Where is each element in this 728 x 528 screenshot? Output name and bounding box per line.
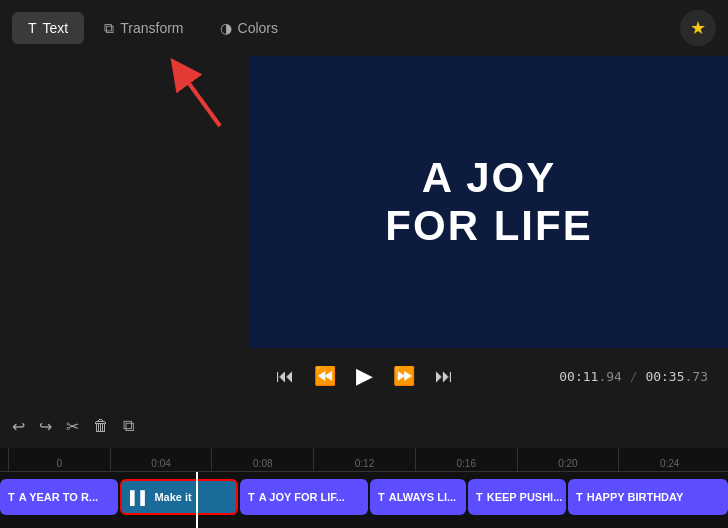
text-icon: T (28, 20, 37, 36)
main-area: A JOY FOR LIFE (0, 56, 728, 348)
text-tab-button[interactable]: T Text (12, 12, 84, 44)
clip-label: HAPPY BIRTHDAY (587, 491, 684, 503)
ruler-mark-4: 0:04 (110, 448, 212, 471)
ruler-mark-8: 0:08 (211, 448, 313, 471)
clip-a-joy[interactable]: T A JOY FOR LIF... (240, 479, 368, 515)
ruler-mark-20: 0:20 (517, 448, 619, 471)
skip-start-icon: ⏮ (276, 366, 294, 387)
skip-end-icon: ⏭ (435, 366, 453, 387)
clip-text-icon: T (476, 491, 483, 503)
colors-tab-button[interactable]: ◑ Colors (204, 12, 294, 44)
clip-label: KEEP PUSHI... (487, 491, 563, 503)
clip-text-icon: T (8, 491, 15, 503)
timeline-ruler: 0 0:04 0:08 0:12 0:16 0:20 0:24 (0, 448, 728, 472)
clip-label: Make it (154, 491, 191, 503)
trash-button[interactable]: 🗑 (93, 417, 109, 435)
rewind-button[interactable]: ⏪ (314, 365, 336, 387)
preview-line2: FOR LIFE (385, 202, 592, 250)
preview-line1: A JOY (385, 154, 592, 202)
skip-end-button[interactable]: ⏭ (435, 366, 453, 387)
colors-label: Colors (238, 20, 278, 36)
ruler-mark-0: 0 (8, 448, 110, 471)
left-panel (0, 56, 250, 348)
clip-text-icon: T (248, 491, 255, 503)
transform-label: Transform (120, 20, 183, 36)
playback-area: ⏮ ⏪ ▶ ⏩ ⏭ 00:11.94 / 00:35.73 (0, 348, 728, 404)
video-preview: A JOY FOR LIFE (250, 56, 728, 348)
play-icon: ▶ (356, 363, 373, 389)
clip-always[interactable]: T ALWAYS LI... (370, 479, 466, 515)
clip-label: A JOY FOR LIF... (259, 491, 345, 503)
current-time: 00:11.94 (559, 369, 622, 384)
redo-button[interactable]: ↪ (39, 417, 52, 436)
transform-icon: ⧉ (104, 20, 114, 37)
clip-make-it[interactable]: ▌▌ Make it (120, 479, 238, 515)
undo-button[interactable]: ↩ (12, 417, 25, 436)
transform-tab-button[interactable]: ⧉ Transform (88, 12, 199, 45)
play-button[interactable]: ▶ (356, 363, 373, 389)
ruler-mark-24: 0:24 (618, 448, 720, 471)
ruler-mark-12: 0:12 (313, 448, 415, 471)
preview-text: A JOY FOR LIFE (385, 154, 592, 251)
clip-a-year[interactable]: T A YEAR TO R... (0, 479, 118, 515)
clip-label: A YEAR TO R... (19, 491, 98, 503)
clip-label: ALWAYS LI... (389, 491, 456, 503)
ruler-mark-16: 0:16 (415, 448, 517, 471)
clip-text-icon: T (576, 491, 583, 503)
playback-bar: ⏮ ⏪ ▶ ⏩ ⏭ (276, 348, 453, 404)
fast-forward-button[interactable]: ⏩ (393, 365, 415, 387)
star-icon: ★ (690, 17, 706, 39)
track-row: T A YEAR TO R... ▌▌ Make it T A JOY FOR … (0, 472, 728, 522)
star-button[interactable]: ★ (680, 10, 716, 46)
toolbar: T Text ⧉ Transform ◑ Colors ★ (0, 0, 728, 56)
time-display: 00:11.94 / 00:35.73 (559, 369, 708, 384)
timeline-tracks: T A YEAR TO R... ▌▌ Make it T A JOY FOR … (0, 472, 728, 528)
clip-keep-pushing[interactable]: T KEEP PUSHI... (468, 479, 566, 515)
skip-start-button[interactable]: ⏮ (276, 366, 294, 387)
scissors-button[interactable]: ✂ (66, 417, 79, 436)
clip-text-icon: T (378, 491, 385, 503)
clip-media-icon: ▌▌ (130, 490, 150, 505)
rewind-icon: ⏪ (314, 365, 336, 387)
timeline-tools: ↩ ↪ ✂ 🗑 ⧉ (0, 404, 728, 448)
copy-button[interactable]: ⧉ (123, 417, 134, 435)
clip-happy-birthday[interactable]: T HAPPY BIRTHDAY (568, 479, 728, 515)
colors-icon: ◑ (220, 20, 232, 36)
time-separator: / (630, 369, 646, 384)
timeline-section: ↩ ↪ ✂ 🗑 ⧉ 0 0:04 0:08 0:12 0:16 0:20 0:2… (0, 404, 728, 528)
playhead[interactable] (196, 472, 198, 528)
fast-forward-icon: ⏩ (393, 365, 415, 387)
text-label: Text (43, 20, 69, 36)
total-time: 00:35.73 (645, 369, 708, 384)
